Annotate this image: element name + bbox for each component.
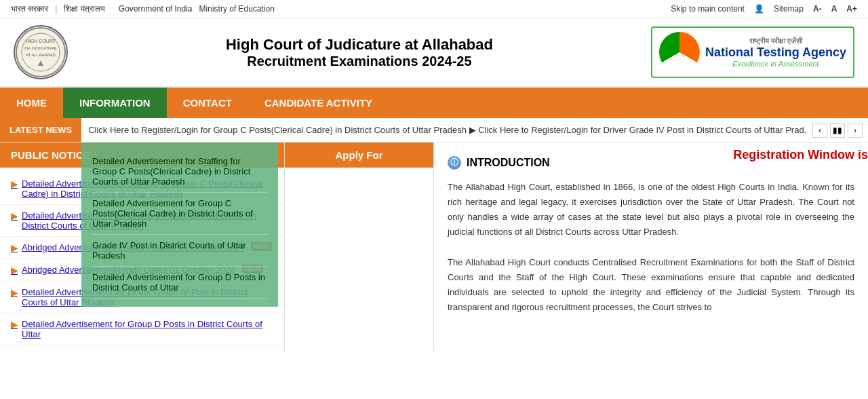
nav-contact[interactable]: CONTACT (167, 88, 248, 118)
svg-text:AT ALLAHABAD: AT ALLAHABAD (26, 53, 56, 57)
sitemap-link[interactable]: Sitemap (774, 4, 804, 14)
registration-banner: Registration Window is (733, 142, 868, 168)
intro-paragraph-2: The Allahabad High Court conducts Centra… (448, 255, 854, 315)
dropdown-item-3[interactable]: Detailed Advertisement for Group D Posts… (92, 267, 267, 299)
ticker-pause[interactable]: ▮▮ (830, 123, 845, 138)
nta-logo-block: राष्ट्रीय परीक्षा एजेंसी National Testin… (651, 26, 854, 78)
ticker-bar: LATEST NEWS Click Here to Register/Login… (0, 118, 868, 142)
intro-heading: INTRODUCTION (467, 153, 550, 172)
ticker-prev[interactable]: ‹ (812, 123, 827, 138)
arrow-icon-0: ▶ (11, 179, 18, 189)
center-column: Apply For (285, 142, 434, 351)
header-title: High Court of Judicature at Allahabad Re… (68, 36, 651, 69)
title-line1: High Court of Judicature at Allahabad (68, 36, 651, 54)
arrow-icon-1: ▶ (11, 211, 18, 221)
font-normal[interactable]: A (831, 4, 837, 14)
right-column: ⓘ INTRODUCTION The Allahabad High Court,… (434, 142, 868, 351)
top-bar: भारत सरकार | शिक्षा मंत्रालय Government … (0, 0, 868, 18)
main-nav: HOME INFORMATION CONTACT CANDIDATE ACTIV… (0, 88, 868, 118)
ministry-english: Ministry of Education (199, 4, 275, 14)
sitemap-icon: 👤 (754, 4, 764, 14)
dropdown-item-2[interactable]: Grade IV Post in District Courts of Utta… (92, 235, 267, 267)
svg-point-0 (16, 28, 65, 77)
ticker-label: LATEST NEWS (0, 118, 81, 142)
nav-candidate-activity[interactable]: CANDIDATE ACTIVITY (248, 88, 389, 118)
top-bar-left: भारत सरकार | शिक्षा मंत्रालय Government … (11, 4, 275, 14)
nta-circle-logo (659, 32, 700, 73)
font-increase[interactable]: A+ (846, 4, 857, 14)
ticker-next[interactable]: › (848, 123, 863, 138)
dropdown-item-0[interactable]: Detailed Advertisement for Staffing for … (92, 151, 267, 193)
ministry-hindi: शिक्षा मंत्रालय (64, 4, 104, 14)
ticker-content: Click Here to Register/Login for Group C… (81, 125, 807, 135)
ticker-controls: ‹ ▮▮ › (807, 123, 868, 138)
intro-paragraph-1: The Allahabad High Court, established in… (448, 180, 854, 240)
sidebar-link-text-5: Detailed Advertisement for Group D Posts… (22, 319, 273, 339)
nta-tagline: Excellence in Assessment (705, 60, 846, 68)
gov-hindi: भारत सरकार (11, 4, 48, 14)
sep1: | (55, 4, 57, 14)
site-header: HIGH COURT OF JUDICATURE AT ALLAHABAD Hi… (0, 18, 868, 88)
arrow-icon-4: ▶ (11, 288, 18, 298)
intro-text: The Allahabad High Court, established in… (448, 180, 854, 315)
nta-hindi: राष्ट्रीय परीक्षा एजेंसी (705, 37, 846, 45)
dropdown-item-1[interactable]: Detailed Advertisement for Group C Posts… (92, 193, 267, 235)
svg-text:OF JUDICATURE: OF JUDICATURE (24, 46, 57, 50)
arrow-icon-2: ▶ (11, 243, 18, 253)
sidebar-link-5[interactable]: ▶ Detailed Advertisement for Group D Pos… (0, 314, 284, 345)
main-area: Registration Window is PUBLIC NOTICE ▶ D… (0, 142, 868, 351)
dropdown-overlay: Detailed Advertisement for Staffing for … (81, 142, 278, 307)
nta-english: National Testing Agency (705, 45, 846, 60)
apply-for-header: Apply For (285, 142, 433, 168)
arrow-icon-3: ▶ (11, 265, 18, 276)
gov-english: Government of India (119, 4, 193, 14)
svg-text:HIGH COURT: HIGH COURT (26, 39, 56, 43)
info-icon: ⓘ (448, 156, 461, 170)
font-decrease[interactable]: A- (813, 4, 822, 14)
court-logo: HIGH COURT OF JUDICATURE AT ALLAHABAD (14, 25, 68, 79)
title-line2: Recruitment Examinations 2024-25 (68, 54, 651, 69)
skip-to-main[interactable]: Skip to main content (671, 4, 745, 14)
nav-home[interactable]: HOME (0, 88, 63, 118)
top-bar-right: Skip to main content 👤 Sitemap A- A A+ (671, 4, 857, 14)
nta-text: राष्ट्रीय परीक्षा एजेंसी National Testin… (705, 37, 846, 68)
arrow-icon-5: ▶ (11, 320, 18, 330)
nav-information[interactable]: INFORMATION (63, 88, 167, 118)
